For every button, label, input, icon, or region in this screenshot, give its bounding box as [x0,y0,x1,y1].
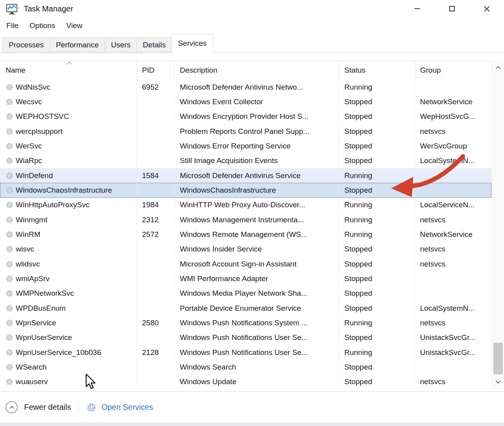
open-services-label: Open Services [101,403,153,412]
table-row[interactable]: wisvc Windows Insider Service Stopped ne… [0,242,491,257]
service-pid: 2580 [137,315,175,330]
service-status: Stopped [339,124,415,139]
table-row[interactable]: WiaRpc Still Image Acquisition Events St… [0,154,491,168]
table-row[interactable]: WMPNetworkSvc Windows Media Player Netwo… [0,286,491,301]
service-description: Windows Insider Service [175,242,339,257]
column-header-group[interactable]: Group [415,61,491,80]
service-gear-icon [6,363,13,371]
service-group: LocalServiceN... [415,198,491,212]
service-pid [137,360,175,374]
service-description: Windows Media Player Network Sha... [175,286,339,301]
table-row[interactable]: Winmgmt 2312 Windows Management Instrume… [0,212,491,227]
scrollbar-thumb[interactable] [493,343,503,374]
table-row[interactable]: WinDefend 1584 Microsoft Defender Antivi… [0,168,491,183]
service-gear-icon [6,304,13,312]
service-status: Stopped [339,242,415,257]
tab-services[interactable]: Services [172,34,213,53]
service-status: Stopped [339,271,415,286]
service-name: WMPNetworkSvc [16,289,74,298]
table-row[interactable]: WEPHOSTSVC Windows Encryption Provider H… [0,109,491,124]
service-pid: 2128 [137,345,175,360]
open-services-gear-icon [86,402,97,413]
service-group [415,360,491,374]
table-row[interactable]: WpnUserService_10b036 2128 Windows Push … [0,345,491,360]
service-pid: 2572 [137,227,175,242]
table-row[interactable]: wlidsvc Microsoft Account Sign-in Assist… [0,257,491,271]
table-row[interactable]: WPDBusEnum Portable Device Enumerator Se… [0,301,491,315]
service-status: Running [339,227,415,242]
tab-details[interactable]: Details [136,37,172,53]
service-gear-icon [6,231,13,238]
table-row[interactable]: WinRM 2572 Windows Remote Management (WS… [0,227,491,242]
service-status: Stopped [339,154,415,168]
service-group: UnistackSvcGr... [415,345,491,360]
service-pid [137,330,175,345]
service-name: WindowsChaosInfrastructure [16,186,112,195]
table-row[interactable]: WdNisSvc 6952 Microsoft Defender Antivir… [0,80,491,94]
service-description: Windows Update [175,375,339,389]
service-gear-icon [6,128,13,135]
service-name: WdNisSvc [16,83,50,92]
column-header-pid[interactable]: PID [137,61,175,80]
maximize-button[interactable] [435,0,469,17]
tab-users[interactable]: Users [105,37,137,53]
open-services-link[interactable]: Open Services [86,402,153,413]
service-gear-icon [6,275,13,283]
service-pid [137,139,175,153]
tabstrip: ProcessesPerformanceUsersDetailsServices [0,34,504,53]
fewer-details-button[interactable]: Fewer details [6,401,71,413]
table-row[interactable]: WpnService 2580 Windows Push Notificatio… [0,315,491,330]
service-pid [137,183,175,197]
service-gear-icon [6,260,13,268]
minimize-button[interactable] [400,0,435,17]
table-row[interactable]: WinHttpAutoProxySvc 1984 WinHTTP Web Pro… [0,198,491,212]
service-name: wuauserv [16,377,48,386]
service-name: WpnService [16,319,56,327]
tab-processes[interactable]: Processes [2,37,50,53]
table-row[interactable]: WSearch Windows Search Stopped [0,360,491,374]
service-gear-icon [6,245,13,253]
vertical-scrollbar[interactable] [491,60,504,389]
service-description: Windows Management Instrumenta... [175,212,339,227]
column-header-status[interactable]: Status [339,61,415,80]
service-description: WindowsChaosInfrastructure [175,183,339,197]
service-status: Stopped [339,139,415,153]
table-row[interactable]: wercplsupport Problem Reports Control Pa… [0,124,491,139]
table-row[interactable]: WerSvc Windows Error Reporting Service S… [0,139,491,153]
scroll-up-button[interactable] [492,61,504,74]
service-pid [137,301,175,315]
menu-item-file[interactable]: File [1,19,24,32]
minimize-icon [414,5,421,12]
table-row[interactable]: wuauserv Windows Update Stopped netsvcs [0,375,491,389]
service-group: netsvcs [415,315,491,330]
task-manager-logo-icon [6,3,18,15]
menu-item-options[interactable]: Options [24,19,61,32]
menubar: FileOptionsView [0,17,504,34]
service-pid [137,94,175,109]
service-description: Portable Device Enumerator Service [175,301,339,315]
column-header-description[interactable]: Description [175,61,339,80]
service-group: netsvcs [415,124,491,139]
scroll-up-icon [495,66,501,69]
menu-item-view[interactable]: View [61,19,88,32]
window-title: Task Manager [24,4,73,13]
close-button[interactable] [469,0,504,17]
service-name: WerSvc [16,142,42,150]
tab-performance[interactable]: Performance [50,37,105,53]
service-gear-icon [6,113,13,120]
sort-ascending-icon [66,61,73,65]
table-row[interactable]: Wecsvc Windows Event Collector Stopped N… [0,94,491,109]
table-row[interactable]: WpnUserService Windows Push Notification… [0,330,491,345]
service-name: WinHttpAutoProxySvc [16,201,90,209]
table-row[interactable]: wmiApSrv WMI Performance Adapter Stopped [0,271,491,286]
service-status: Stopped [339,109,415,124]
service-status: Stopped [339,301,415,315]
service-description: Windows Push Notifications User Se... [175,345,339,360]
service-pid [137,154,175,168]
service-pid [137,271,175,286]
services-table: Name PID Description Status Group WdNisS… [0,60,504,389]
service-group [415,80,491,94]
service-gear-icon [6,334,13,342]
scroll-down-button[interactable] [492,375,504,388]
table-row-selected[interactable]: WindowsChaosInfrastructure WindowsChaosI… [0,183,491,197]
